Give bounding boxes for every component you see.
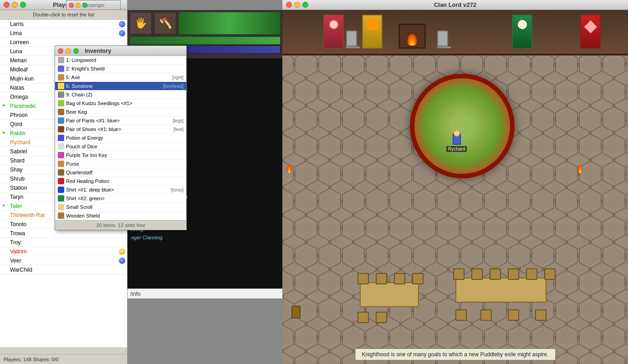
inventory-item[interactable]: 2: Knight's Shield xyxy=(55,65,186,73)
messenger-window-hint: Messenger xyxy=(66,0,121,10)
inventory-item[interactable]: Beer Keg xyxy=(55,108,186,116)
inventory-item[interactable]: Potion of Energy xyxy=(55,134,186,142)
armor-stand-left xyxy=(346,30,360,48)
item-icon-pants xyxy=(58,117,64,124)
item-name: 6: Sunstone xyxy=(66,83,161,89)
inventory-item[interactable]: Pair of Shoes <#1: blue>[feet] xyxy=(55,125,186,134)
game-viewport[interactable]: Clan Lord v272 xyxy=(282,0,628,364)
hand-icon-btn[interactable]: 🖐 xyxy=(129,12,152,35)
item-name: Purple Tor Inn Key xyxy=(66,152,184,158)
chair-3 xyxy=(394,273,405,284)
chair-6 xyxy=(471,268,483,280)
fireplace xyxy=(398,24,426,49)
item-name: Small Scroll xyxy=(66,204,184,210)
item-icon-shield xyxy=(58,66,64,72)
item-name: Bag of Kudzu Seedlings <#1> xyxy=(66,101,184,106)
chair-4 xyxy=(412,273,424,284)
player-name: Trowa xyxy=(10,230,125,237)
players-minimize-button[interactable] xyxy=(12,2,18,8)
player-row[interactable]: Larris xyxy=(0,20,127,29)
inventory-item[interactable]: 1: Longsword xyxy=(55,56,186,65)
item-icon-shirt-blue xyxy=(58,187,64,193)
table-2 xyxy=(455,278,546,303)
item-icon-potion-blue xyxy=(58,135,64,141)
health-bar xyxy=(129,36,281,45)
item-icon-dice xyxy=(58,143,64,150)
chair-12 xyxy=(376,312,387,323)
item-slot: [feet] xyxy=(174,127,184,132)
player-row[interactable]: Veer xyxy=(0,256,127,265)
game-min-btn[interactable] xyxy=(294,2,300,8)
player-name: Lima xyxy=(10,30,119,36)
chair-10 xyxy=(544,268,556,280)
lion-banner xyxy=(362,15,383,49)
inventory-item[interactable]: Red Healing Potion xyxy=(55,177,186,186)
inventory-item[interactable]: Wooden Shield xyxy=(55,212,186,220)
chair-7 xyxy=(490,268,501,280)
chat-message: nger Clanning. xyxy=(131,234,279,241)
player-row[interactable]: Trowa xyxy=(0,229,127,238)
inventory-item[interactable]: Purple Tor Inn Key xyxy=(55,151,186,160)
chair-8 xyxy=(508,268,519,280)
item-icon-potion-red xyxy=(58,178,64,184)
inventory-item[interactable]: Purse xyxy=(55,160,186,168)
inv-close-btn[interactable] xyxy=(58,48,63,54)
player-badge xyxy=(119,21,125,27)
player-badge xyxy=(119,258,125,264)
player-row[interactable]: Valtrim xyxy=(0,247,127,256)
inventory-item[interactable]: 6: Sunstone[forehead] xyxy=(55,82,186,91)
item-name: Pouch of Dice xyxy=(66,144,184,149)
rose-banner xyxy=(323,15,344,49)
players-list-header[interactable]: Double-click to reset the list xyxy=(0,10,127,20)
player-name: Lorreen xyxy=(10,39,125,46)
players-close-button[interactable] xyxy=(4,2,10,8)
player-row[interactable]: Lima xyxy=(0,29,127,38)
player-character: Rychard xyxy=(446,133,467,152)
inventory-item[interactable]: Pair of Pants <#1: blue>[legs] xyxy=(55,116,186,125)
item-name: 1: Longsword xyxy=(66,57,184,63)
item-icon-axe xyxy=(58,74,64,81)
game-close-btn[interactable] xyxy=(286,2,292,8)
item-slot: [legs] xyxy=(173,118,184,123)
item-name: Pair of Pants <#1: blue> xyxy=(66,118,171,123)
armor-stand-right xyxy=(437,30,451,48)
item-name: Quarterstaff xyxy=(66,170,184,175)
inventory-title: Inventory xyxy=(85,47,112,54)
tables-area xyxy=(346,255,619,346)
item-slot: [forehead] xyxy=(163,84,184,89)
inventory-item[interactable]: 9: Chain (2) xyxy=(55,91,186,99)
chat-input-text[interactable]: /info xyxy=(130,291,141,297)
item-icon-key xyxy=(58,152,64,158)
chair-16 xyxy=(535,309,546,321)
inventory-title-bar: Inventory xyxy=(55,46,186,56)
inventory-item[interactable]: Shirt <#1: deep blue>[torso] xyxy=(55,186,186,194)
inventory-item[interactable]: Bag of Kudzu Seedlings <#1> xyxy=(55,99,186,108)
chair-5 xyxy=(453,268,465,280)
players-footer: Players: 148 Shares: 0/0 xyxy=(0,354,127,364)
item-slot: [right] xyxy=(172,75,184,80)
chair-14 xyxy=(480,309,492,321)
axe-icon-btn[interactable]: 🪓 xyxy=(154,12,177,35)
inventory-item[interactable]: Quarterstaff xyxy=(55,168,186,177)
item-name: Potion of Energy xyxy=(66,135,184,141)
player-row[interactable]: Troy xyxy=(0,238,127,247)
chair-2 xyxy=(376,273,387,284)
game-max-btn[interactable] xyxy=(302,2,308,8)
inventory-item[interactable]: Pouch of Dice xyxy=(55,142,186,151)
item-name: 9: Chain (2) xyxy=(66,92,184,97)
inv-min-btn[interactable] xyxy=(66,48,71,54)
inventory-item[interactable]: Shirt <#2: green> xyxy=(55,194,186,203)
torch-right xyxy=(578,165,582,173)
flower-banner xyxy=(512,15,532,49)
players-maximize-button[interactable] xyxy=(20,2,26,8)
inv-max-btn[interactable] xyxy=(73,48,79,54)
item-icon-shirt-green xyxy=(58,195,64,202)
item-icon-staff xyxy=(58,169,64,176)
player-row[interactable]: WarChild xyxy=(0,265,127,274)
item-slot: [torso] xyxy=(171,187,184,192)
inventory-list[interactable]: 1: Longsword2: Knight's Shield5: Axe[rig… xyxy=(55,56,186,221)
inventory-item[interactable]: Small Scroll xyxy=(55,203,186,212)
inventory-item[interactable]: 5: Axe[right] xyxy=(55,73,186,82)
player-name: Troy xyxy=(10,239,125,246)
item-name: Wooden Shield xyxy=(66,213,184,218)
